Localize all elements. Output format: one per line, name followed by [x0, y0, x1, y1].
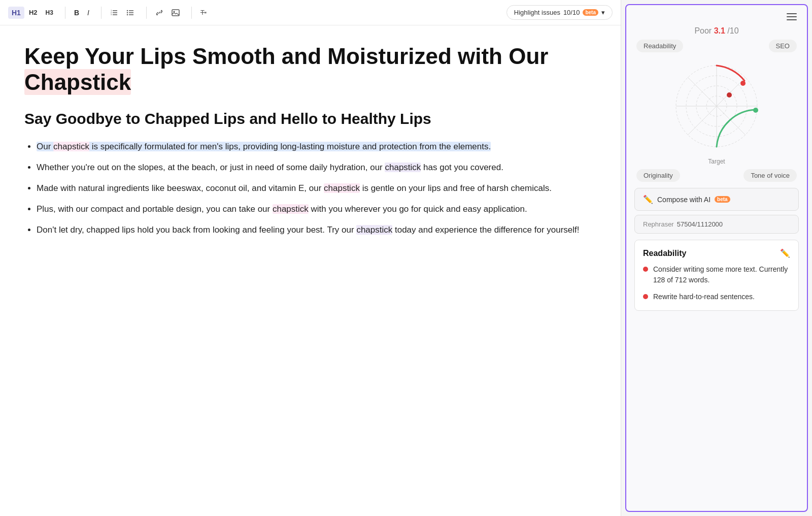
separator-2: [101, 7, 101, 19]
score-total: /10: [727, 26, 738, 35]
insert-group: [152, 7, 183, 19]
clear-format-button[interactable]: Tx: [197, 7, 210, 18]
svg-point-13: [173, 11, 175, 12]
readability-item: Rewrite hard-to-read sentences.: [643, 292, 790, 302]
toolbar: H1 H2 H3 B I 123 Tx: [0, 0, 621, 25]
article-bullets: Our chapstick is specifically formulated…: [24, 140, 596, 237]
highlight-issues-button[interactable]: Highlight issues 10/10 beta ▾: [506, 5, 613, 20]
score-value: 3.1: [714, 26, 725, 35]
svg-rect-12: [172, 10, 179, 16]
radar-chart-container: Target: [626, 55, 807, 169]
separator-1: [65, 7, 65, 19]
svg-point-11: [127, 14, 128, 15]
svg-text:3: 3: [111, 13, 112, 16]
heading-group: H1 H2 H3: [8, 7, 57, 19]
compose-label: Compose with AI: [657, 196, 710, 204]
format-group: B I: [71, 7, 93, 19]
svg-point-23: [727, 92, 732, 98]
article-subtitle: Say Goodbye to Chapped Lips and Hello to…: [24, 109, 596, 128]
tone-of-voice-tab[interactable]: Tone of voice: [743, 169, 797, 182]
seo-tab[interactable]: SEO: [769, 40, 797, 52]
sidebar-header: [626, 5, 807, 26]
svg-point-24: [753, 108, 758, 113]
h3-button[interactable]: H3: [42, 7, 57, 18]
separator-4: [191, 7, 192, 19]
unordered-list-button[interactable]: [123, 7, 138, 19]
article-title: Keep Your Lips Smooth and Moisturized wi…: [24, 44, 596, 95]
rephraser-row: Rephraser 57504/1112000: [634, 215, 799, 234]
edit-icon[interactable]: ✏️: [780, 248, 790, 258]
list-item: Plus, with our compact and portable desi…: [37, 202, 596, 216]
readability-text-1: Consider writing some more text. Current…: [653, 264, 790, 285]
readability-item: Consider writing some more text. Current…: [643, 264, 790, 285]
readability-items: Consider writing some more text. Current…: [643, 264, 790, 302]
target-label: Target: [708, 158, 725, 165]
score-section: Poor 3.1 /10: [626, 26, 807, 40]
radar-chart: [666, 55, 767, 157]
readability-text-2: Rewrite hard-to-read sentences.: [653, 292, 755, 302]
h2-button[interactable]: H2: [25, 7, 41, 18]
editor-panel: H1 H2 H3 B I 123 Tx: [0, 0, 621, 516]
readability-section-title: Readability: [643, 249, 686, 258]
list-item: Made with natural ingredients like beesw…: [37, 181, 596, 195]
h1-button[interactable]: H1: [8, 7, 24, 19]
compose-beta-badge: beta: [715, 196, 730, 203]
compose-icon: ✏️: [643, 195, 653, 204]
list-group: 123: [107, 7, 138, 19]
score-label: Poor: [694, 26, 712, 35]
bold-button[interactable]: B: [71, 7, 83, 19]
link-button[interactable]: [152, 7, 167, 19]
rephraser-label: Rephraser: [643, 220, 674, 228]
rephraser-value: 57504/1112000: [677, 220, 723, 228]
originality-tab[interactable]: Originality: [636, 169, 680, 182]
list-item: Whether you're out on the slopes, at the…: [37, 160, 596, 174]
highlight-count: 10/10: [563, 9, 580, 16]
bottom-metrics-row: Originality Tone of voice: [626, 169, 807, 182]
ordered-list-button[interactable]: 123: [107, 7, 122, 19]
menu-icon[interactable]: [785, 11, 799, 22]
analysis-sidebar: Poor 3.1 /10 Readability SEO: [625, 4, 808, 512]
list-item: Our chapstick is specifically formulated…: [37, 140, 596, 153]
separator-3: [146, 7, 147, 19]
red-dot-icon: [643, 267, 648, 272]
svg-point-9: [127, 10, 128, 11]
image-button[interactable]: [168, 7, 183, 19]
top-metrics-row: Readability SEO: [626, 40, 807, 52]
editor-content[interactable]: Keep Your Lips Smooth and Moisturized wi…: [0, 25, 621, 516]
readability-tab[interactable]: Readability: [636, 40, 683, 52]
chevron-down-icon: ▾: [601, 9, 605, 16]
readability-section-header: Readability ✏️: [643, 248, 790, 258]
red-dot-icon: [643, 294, 648, 299]
svg-point-10: [127, 12, 128, 13]
list-item: Don't let dry, chapped lips hold you bac…: [37, 223, 596, 237]
highlight-label: Highlight issues: [514, 9, 560, 16]
highlight-beta-badge: beta: [583, 9, 598, 16]
readability-section: Readability ✏️ Consider writing some mor…: [634, 240, 799, 311]
italic-button[interactable]: I: [84, 7, 93, 19]
chapstick-highlight: Chapstick: [24, 69, 131, 95]
compose-with-ai-button[interactable]: ✏️ Compose with AI beta: [634, 188, 799, 211]
svg-point-22: [740, 81, 746, 86]
